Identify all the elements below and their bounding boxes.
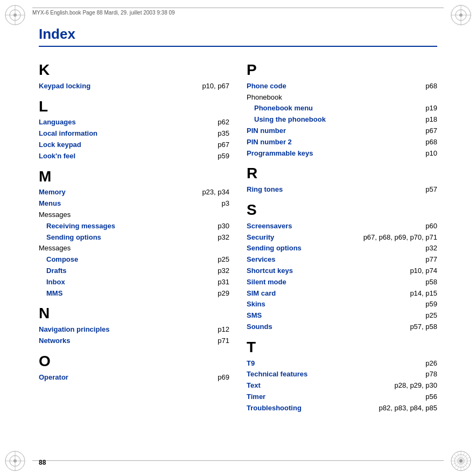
entry-page: p67, p68, p69, p70, p71 bbox=[363, 232, 437, 243]
entry-page: p12 bbox=[218, 324, 229, 335]
entry-page: p26 bbox=[425, 358, 437, 369]
entry-page: p67 bbox=[425, 125, 437, 137]
entry-page: p3 bbox=[222, 198, 229, 209]
columns: K Keypad locking p10, p67 L Languages p6… bbox=[39, 57, 437, 421]
list-item: Shortcut keys p10, p74 bbox=[247, 265, 437, 277]
section-letter-k: K bbox=[39, 62, 229, 79]
list-item: Services p77 bbox=[247, 254, 437, 265]
header-text: MYX-6 English.book Page 88 Mardi, 29. ju… bbox=[32, 10, 175, 16]
list-item: SMS p25 bbox=[247, 310, 437, 321]
section-t: T T9 p26 Technical features p78 Text p28… bbox=[247, 339, 437, 414]
entry-page: p25 bbox=[425, 310, 437, 321]
entry-page: p56 bbox=[425, 391, 437, 403]
section-s: S Screensavers p60 Security p67, p68, p6… bbox=[247, 202, 437, 333]
entry-page: p10, p67 bbox=[202, 81, 229, 92]
entry-name: Skins bbox=[247, 299, 265, 310]
entry-page: p23, p34 bbox=[202, 187, 229, 198]
list-item: Sending options p32 bbox=[247, 243, 437, 254]
entry-name: Phonebook bbox=[247, 92, 282, 103]
entry-name: T9 bbox=[247, 358, 255, 369]
entry-name: Troubleshooting bbox=[247, 403, 302, 414]
entry-name: Sending options bbox=[39, 232, 101, 243]
list-item: Technical features p78 bbox=[247, 369, 437, 380]
entry-name: Phonebook menu bbox=[247, 103, 313, 114]
entry-name: PIN number 2 bbox=[247, 137, 292, 148]
entry-name: Shortcut keys bbox=[247, 265, 293, 277]
list-item: Text p28, p29, p30 bbox=[247, 380, 437, 391]
entry-page: p68 bbox=[425, 137, 437, 148]
section-letter-m: M bbox=[39, 169, 229, 185]
entry-name: Compose bbox=[39, 254, 78, 265]
corner-decoration-bottom-left bbox=[2, 448, 28, 474]
entry-name: Local information bbox=[39, 128, 97, 139]
entry-page: p68 bbox=[425, 81, 437, 92]
entry-name: Sounds bbox=[247, 321, 272, 333]
entry-name: Inbox bbox=[39, 277, 65, 288]
entry-page: p25 bbox=[218, 254, 229, 265]
list-item: Sounds p57, p58 bbox=[247, 321, 437, 333]
entry-name: Sending options bbox=[247, 243, 302, 254]
entry-page: p58 bbox=[425, 277, 437, 288]
list-item: Memory p23, p34 bbox=[39, 187, 229, 198]
entry-name: Networks bbox=[39, 335, 71, 347]
entry-name: Memory bbox=[39, 187, 66, 198]
entry-page: p10 bbox=[425, 148, 437, 159]
entry-page: p62 bbox=[218, 117, 229, 128]
list-item: SIM card p14, p15 bbox=[247, 288, 437, 299]
section-n: N Navigation principles p12 Networks p71 bbox=[39, 305, 229, 346]
entry-page: p77 bbox=[425, 254, 437, 265]
list-item: Keypad locking p10, p67 bbox=[39, 81, 229, 92]
section-r: R Ring tones p57 bbox=[247, 165, 437, 195]
entry-page: p28, p29, p30 bbox=[394, 380, 437, 391]
entry-page: p19 bbox=[425, 103, 437, 114]
entry-page: p71 bbox=[218, 335, 229, 347]
entry-page: p31 bbox=[218, 277, 229, 288]
list-item: Messages bbox=[39, 209, 229, 221]
list-item: T9 p26 bbox=[247, 358, 437, 369]
entry-page: p82, p83, p84, p85 bbox=[379, 403, 437, 414]
bottom-rule bbox=[32, 460, 444, 461]
entry-name: Screensavers bbox=[247, 221, 292, 232]
list-item: Phonebook bbox=[247, 92, 437, 103]
list-item: Messages bbox=[39, 243, 229, 254]
list-item: Screensavers p60 bbox=[247, 221, 437, 232]
entry-page: p57 bbox=[425, 184, 437, 195]
entry-name: Text bbox=[247, 380, 261, 391]
entry-page: p30 bbox=[218, 221, 229, 232]
entry-page: p67 bbox=[218, 139, 229, 151]
corner-decoration-bottom-right bbox=[448, 448, 474, 474]
entry-page: p60 bbox=[425, 221, 437, 232]
list-item: Sending options p32 bbox=[39, 232, 229, 243]
list-item: Phonebook menu p19 bbox=[247, 103, 437, 114]
entry-name: Security bbox=[247, 232, 274, 243]
list-item: Navigation principles p12 bbox=[39, 324, 229, 335]
list-item: Silent mode p58 bbox=[247, 277, 437, 288]
entry-page: p69 bbox=[218, 372, 229, 383]
entry-name: Services bbox=[247, 254, 276, 265]
entry-name: Languages bbox=[39, 117, 76, 128]
page-title: Index bbox=[39, 26, 437, 43]
entry-name: PIN number bbox=[247, 125, 286, 137]
entry-name: Timer bbox=[247, 391, 265, 403]
list-item: Inbox p31 bbox=[39, 277, 229, 288]
entry-name: SIM card bbox=[247, 288, 276, 299]
corner-decoration-top-right bbox=[448, 2, 474, 28]
entry-name: Programmable keys bbox=[247, 148, 313, 159]
list-item: Drafts p32 bbox=[39, 265, 229, 277]
entry-page: p59 bbox=[425, 299, 437, 310]
entry-name: Ring tones bbox=[247, 184, 283, 195]
entry-name: Navigation principles bbox=[39, 324, 109, 335]
entry-page: p57, p58 bbox=[410, 321, 437, 333]
list-item: Lock keypad p67 bbox=[39, 139, 229, 151]
list-item: Timer p56 bbox=[247, 391, 437, 403]
list-item: Troubleshooting p82, p83, p84, p85 bbox=[247, 403, 437, 414]
list-item: Skins p59 bbox=[247, 299, 437, 310]
entry-name: Receiving messages bbox=[39, 221, 115, 232]
entry-name: MMS bbox=[39, 288, 62, 299]
section-k: K Keypad locking p10, p67 bbox=[39, 62, 229, 92]
list-item: Local information p35 bbox=[39, 128, 229, 139]
header-bar: MYX-6 English.book Page 88 Mardi, 29. ju… bbox=[32, 8, 444, 16]
section-o: O Operator p69 bbox=[39, 353, 229, 383]
section-m: M Memory p23, p34 Menus p3 Messages Rece… bbox=[39, 169, 229, 299]
title-rule bbox=[39, 46, 437, 47]
